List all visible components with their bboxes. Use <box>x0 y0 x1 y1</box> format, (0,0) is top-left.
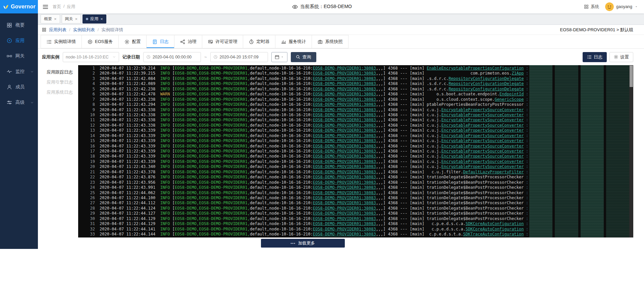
detail-tab-label: 实例组详情 <box>54 39 76 45</box>
detail-tab-label: 许可证管理 <box>215 39 237 45</box>
tab-license[interactable]: 许可证管理 <box>202 35 243 48</box>
workspace-tab[interactable]: 应用× <box>83 14 106 24</box>
apps-grid-icon[interactable] <box>42 28 46 32</box>
detail-tab-label: 治理 <box>187 39 196 45</box>
date-to-field[interactable] <box>210 52 268 62</box>
breadcrumb-separator: / <box>63 4 64 10</box>
sidebar-item-label: 高级 <box>15 99 24 105</box>
breadcrumb-current: 应用 <box>67 4 75 10</box>
load-more-label: 加载更多 <box>298 241 315 246</box>
date-from-field[interactable] <box>143 52 201 62</box>
close-icon[interactable]: × <box>75 17 78 21</box>
breadcrumb-separator: / <box>69 27 70 32</box>
sidebar-item-label: 监控 <box>15 69 24 75</box>
instance-label: 应用实例 <box>42 54 59 60</box>
tab-config[interactable]: 配置 <box>118 35 147 48</box>
date-to-input[interactable] <box>220 55 265 59</box>
sidebar-item-overview[interactable]: 概要 <box>0 17 38 33</box>
log-scrollbar-thumb[interactable] <box>630 66 633 87</box>
sidebar-item-members[interactable]: 成员 <box>0 79 38 95</box>
log-menu-item[interactable]: 应用跟踪日志 <box>38 67 78 77</box>
breadcrumb-link[interactable]: 实例组列表 <box>73 27 95 33</box>
clock-icon <box>213 55 218 59</box>
instance-select[interactable]: node-10-16-16-210:EC <box>63 52 119 62</box>
advanced-icon <box>7 100 12 105</box>
group-path: EOS8-DEMO-PROVIDER01 > 默认组 <box>560 27 633 33</box>
tab-list[interactable]: 实例组详情 <box>41 35 82 48</box>
list-icon <box>587 55 592 59</box>
log-column: 12020-04-07 11:22:39.214 INFO [EOS8-DEMO… <box>78 65 633 249</box>
workspace-tab[interactable]: 概要× <box>41 14 60 24</box>
service-icon <box>88 39 93 44</box>
tab-stats[interactable]: 服务统计 <box>275 35 312 48</box>
log-icon <box>152 39 157 44</box>
overview-icon <box>7 23 12 28</box>
sidebar-item-label: 概要 <box>15 22 24 28</box>
active-dot <box>86 18 88 20</box>
log-minimap-column <box>529 65 552 237</box>
detail-tab-label: EOS服务 <box>95 39 113 45</box>
governance-icon <box>180 39 185 44</box>
log-type-menu: 应用跟踪日志应用引擎日志应用系统日志 <box>38 65 78 249</box>
workspace-tab[interactable]: 网关× <box>62 14 81 24</box>
sidebar-menu: 概要应用网关监控成员高级 <box>0 17 38 110</box>
log-menu-item[interactable]: 应用系统日志 <box>38 87 78 97</box>
config-icon <box>124 39 129 44</box>
tab-service[interactable]: EOS服务 <box>82 35 119 48</box>
sidebar: 概要应用网关监控成员高级 <box>0 13 38 249</box>
settings-button[interactable]: 设置 <box>609 52 633 62</box>
sidebar-item-gateway[interactable]: 网关 <box>0 48 38 64</box>
system-label: 系统 <box>591 4 599 10</box>
breadcrumb-current: 实例组详情 <box>101 27 123 33</box>
detail-tab-label: 配置 <box>132 39 141 45</box>
tab-log[interactable]: 日志 <box>146 35 174 48</box>
current-system-label: 当前系统：EOS8-DEMO <box>300 4 352 10</box>
chevron-down-icon <box>30 101 34 104</box>
username: gaoyang <box>616 4 632 9</box>
close-icon[interactable]: × <box>100 17 103 21</box>
governor-logo-icon <box>2 3 9 10</box>
date-from-input[interactable] <box>153 55 198 59</box>
avatar <box>605 2 614 11</box>
user-menu[interactable]: gaoyang <box>605 2 638 11</box>
sidebar-item-label: 网关 <box>15 53 24 59</box>
sidebar-item-application[interactable]: 应用 <box>0 33 38 48</box>
log-menu-item[interactable]: 应用引擎日志 <box>38 77 78 87</box>
view-toggle-group: 日志 设置 <box>583 52 633 62</box>
menu-toggle-icon[interactable] <box>43 4 48 10</box>
settings-label: 设置 <box>620 54 629 60</box>
logo[interactable]: Governor <box>0 0 38 13</box>
ellipsis-icon: ••• <box>290 241 296 245</box>
breadcrumb-home[interactable]: 首页 <box>53 4 61 10</box>
log-minimap-column <box>555 65 578 237</box>
logo-text: Governor <box>11 4 36 10</box>
tab-timer[interactable]: 定时器 <box>243 35 275 48</box>
workspace-tab-label: 概要 <box>44 16 52 22</box>
load-more-button[interactable]: ••• 加载更多 <box>261 239 345 248</box>
page-breadcrumb: 应用列表/实例组列表/实例组详情 <box>49 27 123 33</box>
log-minimap <box>527 65 629 237</box>
log-view-button[interactable]: 日志 <box>583 52 607 62</box>
breadcrumb-link[interactable]: 应用列表 <box>49 27 66 33</box>
list-icon <box>47 39 52 44</box>
query-button[interactable]: 查询 <box>291 52 316 62</box>
timer-icon <box>249 39 254 44</box>
tab-snapshot[interactable]: 系统快照 <box>312 35 348 48</box>
clock-icon <box>146 55 151 59</box>
system-menu[interactable]: 系统 <box>584 4 599 10</box>
log-viewer: 12020-04-07 11:22:39.214 INFO [EOS8-DEMO… <box>78 65 633 237</box>
sidebar-item-monitor[interactable]: 监控 <box>0 64 38 79</box>
members-icon <box>7 84 12 90</box>
sidebar-item-advanced[interactable]: 高级 <box>0 95 38 110</box>
application-icon <box>7 38 12 43</box>
app-body: 概要应用网关监控成员高级 概要×网关×应用× 应用列表/实例组列表/实例组详情 … <box>0 13 644 249</box>
tab-governance[interactable]: 治理 <box>174 35 202 48</box>
date-label: 记录日期 <box>122 54 140 60</box>
calendar-picker-button[interactable] <box>271 52 287 62</box>
close-icon[interactable]: × <box>54 17 57 21</box>
filter-bar: 应用实例 node-10-16-16-210:EC 记录日期 ~ <box>38 49 644 65</box>
page-breadcrumb-row: 应用列表/实例组列表/实例组详情 EOS8-DEMO-PROVIDER01 > … <box>38 25 644 35</box>
gateway-icon <box>7 53 12 59</box>
log-scrollbar[interactable] <box>629 65 633 237</box>
caret-down-icon <box>281 55 284 58</box>
